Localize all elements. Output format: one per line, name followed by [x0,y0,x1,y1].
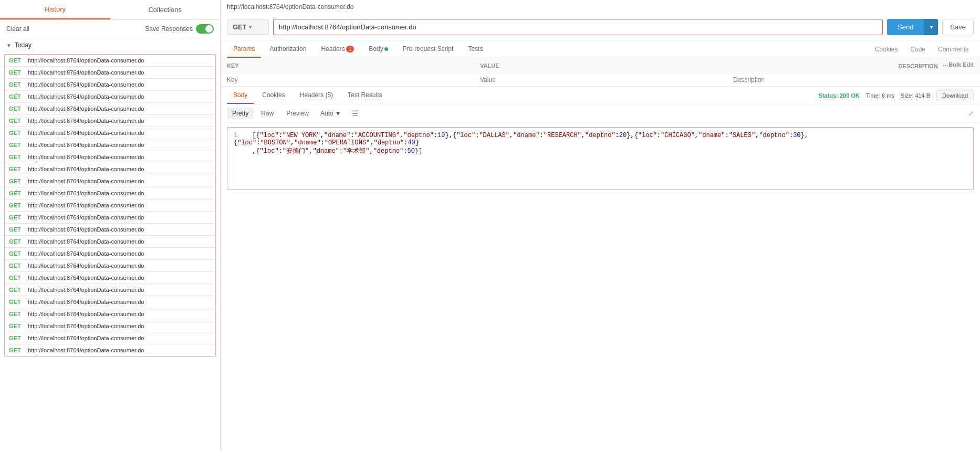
key-input[interactable] [227,76,467,83]
method-badge: GET [9,238,24,245]
history-url: http://localhost:8764/optionData-consume… [28,202,144,208]
list-item[interactable]: GET http://localhost:8764/optionData-con… [5,175,215,187]
method-badge: GET [9,287,24,293]
send-button[interactable]: Send [887,19,924,35]
send-dropdown-button[interactable]: ▼ [924,19,938,35]
save-responses-switch[interactable] [196,24,214,34]
left-toolbar: Clear all Save Responses [0,20,220,38]
tab-history[interactable]: History [0,0,110,19]
view-tab-raw[interactable]: Raw [256,108,279,119]
value-header: VALUE [474,58,727,74]
clear-all-button[interactable]: Clear all [6,25,29,33]
method-badge: GET [9,250,24,257]
list-item[interactable]: GET http://localhost:8764/optionData-con… [5,260,215,272]
list-item[interactable]: GET http://localhost:8764/optionData-con… [5,91,215,103]
tab-authorization[interactable]: Authorization [263,41,312,58]
history-url: http://localhost:8764/optionData-consume… [28,347,144,353]
response-meta: Status: 200 OK Time: 6 ms Size: 414 B Do… [819,90,974,101]
method-badge: GET [9,93,24,100]
method-badge: GET [9,190,24,196]
today-section-header: ▼ Today [0,38,220,52]
list-item[interactable]: GET http://localhost:8764/optionData-con… [5,236,215,248]
chevron-down-icon: ▼ [335,110,341,117]
download-button[interactable]: Download [936,90,974,101]
tab-body[interactable]: Body [362,41,394,58]
method-badge: GET [9,275,24,281]
url-display: http://localhost:8764/optionData-consume… [227,3,354,11]
view-tab-preview[interactable]: Preview [281,108,314,119]
history-url: http://localhost:8764/optionData-consume… [28,263,144,269]
tab-comments[interactable]: Comments [933,41,974,57]
url-input[interactable] [273,19,883,35]
tab-headers[interactable]: Headers1 [315,41,360,58]
list-item[interactable]: GET http://localhost:8764/optionData-con… [5,103,215,115]
more-options-icon[interactable]: ··· [943,61,949,70]
view-tab-auto[interactable]: Auto ▼ [316,108,346,119]
history-url: http://localhost:8764/optionData-consume… [28,238,144,245]
method-badge: GET [9,57,24,64]
method-badge: GET [9,178,24,184]
response-tabs-bar: Body Cookies Headers (5) Test Results St… [221,87,980,104]
tab-params[interactable]: Params [227,41,261,58]
desc-header: DESCRIPTION Bulk Edit ··· [727,58,980,74]
history-url: http://localhost:8764/optionData-consume… [28,130,144,136]
value-input[interactable] [480,76,721,83]
tab-pre-request[interactable]: Pre-request Script [397,41,460,58]
list-item[interactable]: GET http://localhost:8764/optionData-con… [5,296,215,308]
list-item[interactable]: GET http://localhost:8764/optionData-con… [5,187,215,200]
list-item[interactable]: GET http://localhost:8764/optionData-con… [5,200,215,212]
list-item[interactable]: GET http://localhost:8764/optionData-con… [5,163,215,175]
headers-count-badge: 1 [346,46,355,53]
desc-input[interactable] [733,76,974,83]
tab-collections[interactable]: Collections [110,0,221,19]
list-item[interactable]: GET http://localhost:8764/optionData-con… [5,308,215,320]
method-badge: GET [9,69,24,76]
res-tab-body[interactable]: Body [227,87,254,104]
request-tabs: Params Authorization Headers1 Body Pre-r… [221,41,980,58]
res-tab-test-results[interactable]: Test Results [341,87,388,104]
left-tabs-header: History Collections [0,0,220,20]
method-select[interactable]: GET ▼ [227,19,269,35]
tab-cookies[interactable]: Cookies [870,41,903,57]
list-item[interactable]: GET http://localhost:8764/optionData-con… [5,139,215,151]
method-badge: GET [9,311,24,317]
key-header: KEY [221,58,474,74]
params-section: KEY VALUE DESCRIPTION Bulk Edit ··· [221,58,980,87]
tab-tests[interactable]: Tests [462,41,489,58]
list-item[interactable]: GET http://localhost:8764/optionData-con… [5,151,215,163]
tab-code[interactable]: Code [905,41,931,57]
list-item[interactable]: GET http://localhost:8764/optionData-con… [5,284,215,296]
method-badge: GET [9,81,24,88]
bulk-edit-button[interactable]: Bulk Edit [948,61,974,68]
list-item[interactable]: GET http://localhost:8764/optionData-con… [5,248,215,260]
list-item[interactable]: GET http://localhost:8764/optionData-con… [5,272,215,284]
method-badge: GET [9,118,24,124]
res-tab-headers[interactable]: Headers (5) [294,87,339,104]
list-item[interactable]: GET http://localhost:8764/optionData-con… [5,67,215,79]
history-url: http://localhost:8764/optionData-consume… [28,178,144,184]
method-badge: GET [9,323,24,329]
list-item[interactable]: GET http://localhost:8764/optionData-con… [5,224,215,236]
list-item[interactable]: GET http://localhost:8764/optionData-con… [5,115,215,127]
view-tab-pretty[interactable]: Pretty [227,108,254,119]
expand-icon[interactable]: ⤢ [968,110,974,117]
res-tab-cookies[interactable]: Cookies [256,87,291,104]
list-item[interactable]: GET http://localhost:8764/optionData-con… [5,320,215,332]
response-size: Size: 414 B [901,92,930,99]
response-section: Body Cookies Headers (5) Test Results St… [221,87,980,451]
status-badge: Status: 200 OK [819,92,860,99]
list-item[interactable]: GET http://localhost:8764/optionData-con… [5,79,215,91]
params-row [221,74,980,87]
history-url: http://localhost:8764/optionData-consume… [28,275,144,281]
send-btn-group: Send ▼ [887,19,938,35]
list-item[interactable]: GET http://localhost:8764/optionData-con… [5,127,215,139]
list-item[interactable]: GET http://localhost:8764/optionData-con… [5,212,215,224]
wrap-icon[interactable]: ☰ [352,109,359,118]
save-button[interactable]: Save [942,19,974,35]
list-item[interactable]: GET http://localhost:8764/optionData-con… [5,55,215,67]
json-viewer: 1 [{"loc":"NEW YORK","dname":"ACCOUNTING… [227,127,974,190]
list-item[interactable]: GET http://localhost:8764/optionData-con… [5,332,215,344]
list-item[interactable]: GET http://localhost:8764/optionData-con… [5,344,215,356]
history-url: http://localhost:8764/optionData-consume… [28,226,144,233]
history-url: http://localhost:8764/optionData-consume… [28,57,144,64]
